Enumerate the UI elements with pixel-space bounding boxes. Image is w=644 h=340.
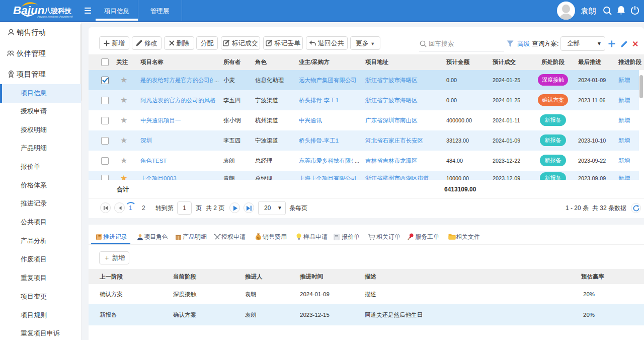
- svg-text:Bajun: Bajun: [13, 4, 45, 17]
- svg-text:八骏科技: 八骏科技: [44, 7, 72, 15]
- svg-text:Anyone,Anytime,Anywhere!: Anyone,Anytime,Anywhere!: [37, 15, 73, 18]
- svg-text:$: $: [257, 236, 260, 240]
